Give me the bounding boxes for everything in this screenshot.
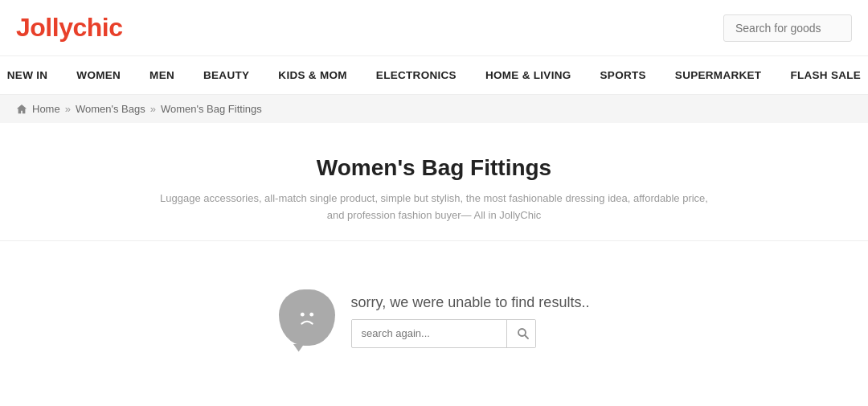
nav-item-sports[interactable]: SPORTS bbox=[586, 58, 661, 92]
nav-item-supermarket[interactable]: SUPERMARKET bbox=[661, 58, 776, 92]
breadcrumb-current: Women's Bag Fittings bbox=[161, 103, 262, 115]
nav-item-new-in[interactable]: NEW IN bbox=[0, 58, 62, 92]
nav-item-flash-sale[interactable]: FLASH SALE bbox=[776, 58, 868, 92]
search-box[interactable] bbox=[723, 14, 852, 42]
breadcrumb-sep-2: » bbox=[150, 103, 156, 115]
nav-item-men[interactable]: MEN bbox=[135, 58, 189, 92]
search-again-input[interactable] bbox=[352, 320, 506, 347]
sad-face-icon bbox=[279, 289, 335, 346]
nav-item-electronics[interactable]: ELECTRONICS bbox=[362, 58, 471, 92]
svg-point-1 bbox=[309, 312, 313, 316]
nav-item-kids-mom[interactable]: KIDS & MOM bbox=[264, 58, 362, 92]
breadcrumb-category[interactable]: Women's Bags bbox=[76, 103, 145, 115]
category-description: Luggage accessories, all-match single pr… bbox=[153, 191, 715, 224]
breadcrumb: Home » Women's Bags » Women's Bag Fittin… bbox=[0, 95, 868, 123]
nav-item-women[interactable]: WOMEN bbox=[62, 58, 135, 92]
home-icon bbox=[16, 104, 27, 115]
search-again-box bbox=[351, 319, 536, 348]
header: Jollychic bbox=[0, 0, 868, 56]
search-input[interactable] bbox=[735, 22, 840, 35]
no-results-right: sorry, we were unable to find results.. bbox=[351, 289, 590, 348]
breadcrumb-sep-1: » bbox=[65, 103, 71, 115]
main-nav: NEW IN WOMEN MEN BEAUTY KIDS & MOM ELECT… bbox=[0, 56, 868, 95]
category-title: Women's Bag Fittings bbox=[16, 155, 852, 181]
svg-line-3 bbox=[525, 335, 528, 338]
breadcrumb-home[interactable]: Home bbox=[32, 103, 60, 115]
category-header: Women's Bag Fittings Luggage accessories… bbox=[0, 123, 868, 241]
no-results-section: sorry, we were unable to find results.. bbox=[0, 241, 868, 380]
search-again-button[interactable] bbox=[506, 320, 536, 347]
search-icon bbox=[517, 327, 530, 340]
logo[interactable]: Jollychic bbox=[16, 13, 122, 43]
no-results-message: sorry, we were unable to find results.. bbox=[351, 294, 590, 311]
nav-item-home-living[interactable]: HOME & LIVING bbox=[471, 58, 586, 92]
svg-point-0 bbox=[301, 312, 305, 316]
nav-item-beauty[interactable]: BEAUTY bbox=[189, 58, 264, 92]
